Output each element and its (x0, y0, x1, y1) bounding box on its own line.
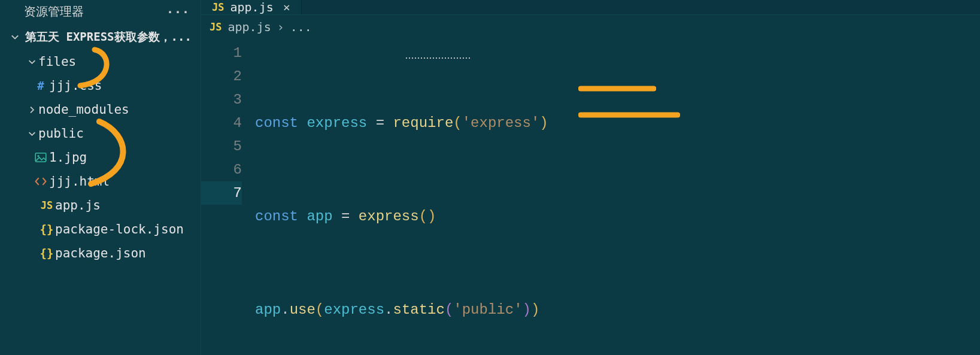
tab-app-js[interactable]: JS app.js × (201, 0, 302, 14)
svg-point-1 (37, 155, 39, 157)
explorer-title: 资源管理器 (24, 4, 84, 20)
tree-label: package-lock.json (55, 222, 184, 236)
chevron-down-icon (25, 130, 38, 138)
line-number: 3 (201, 88, 242, 111)
close-icon[interactable]: × (283, 0, 290, 14)
token-paren: () (419, 205, 436, 228)
chevron-down-icon (25, 58, 38, 66)
breadcrumb-sep-icon: › (277, 20, 284, 34)
tree-label: files (38, 54, 76, 69)
tree-label: jjj.html (49, 174, 110, 189)
line-number: 2 (201, 65, 242, 88)
token-fn: express (359, 205, 419, 228)
code-content[interactable]: const express = require('express') const… (255, 38, 781, 355)
folder-public[interactable]: public (0, 122, 201, 145)
breadcrumb-ellipsis: ... (290, 20, 312, 34)
json-file-icon: {} (38, 223, 55, 236)
section-label: 第五天 EXPRESS获取参数，... (25, 29, 192, 45)
underline-hint-icon (406, 56, 472, 60)
line-number: 1 (201, 41, 242, 65)
file-app-js[interactable]: JS app.js (0, 193, 201, 217)
token-paren: ( (453, 111, 462, 135)
token-fn: static (393, 298, 444, 321)
line-number: 6 (201, 158, 242, 181)
token-op: = (341, 205, 350, 228)
chevron-down-icon (8, 33, 22, 41)
svg-rect-0 (35, 153, 46, 162)
file-package-json[interactable]: {} package.json (0, 241, 201, 265)
css-file-icon: # (32, 79, 49, 92)
breadcrumb[interactable]: JS app.js › ... (201, 15, 980, 38)
tree-label: public (38, 126, 84, 141)
chevron-right-icon (25, 106, 38, 114)
code-line[interactable]: const app = express() (255, 205, 781, 228)
token-fn: require (393, 111, 453, 135)
token-ident: app (307, 205, 332, 228)
file-1-jpg[interactable]: 1.jpg (0, 145, 201, 169)
token-string: 'public' (453, 298, 522, 321)
token-string: 'express' (462, 111, 540, 135)
tabs-bar: JS app.js × (201, 0, 980, 15)
json-file-icon: {} (38, 247, 55, 260)
file-tree: files # jjj.css node_modules public 1.jp… (0, 48, 201, 265)
tab-label: app.js (230, 0, 273, 14)
line-number: 7 (201, 181, 242, 205)
js-file-icon: JS (212, 1, 224, 13)
file-jjj-html[interactable]: jjj.html (0, 169, 201, 193)
js-file-icon: JS (210, 21, 222, 33)
editor-area: JS app.js × JS app.js › ... 1 2 3 4 5 6 … (201, 0, 980, 355)
line-number: 4 (201, 111, 242, 135)
explorer-header: 资源管理器 ··· (0, 0, 201, 26)
file-jjj-css[interactable]: # jjj.css (0, 74, 201, 98)
token-fn: use (290, 298, 315, 321)
tree-label: jjj.css (49, 78, 102, 93)
tree-label: app.js (55, 198, 101, 213)
tree-label: 1.jpg (49, 150, 87, 165)
explorer-sidebar: 资源管理器 ··· 第五天 EXPRESS获取参数，... files # jj… (0, 0, 201, 355)
breadcrumb-file: app.js (227, 20, 271, 34)
token-paren: ) (539, 111, 548, 135)
token-op: = (376, 111, 384, 135)
code-editor[interactable]: 1 2 3 4 5 6 7 const express = require('e… (201, 38, 980, 355)
token-keyword: const (255, 205, 298, 228)
file-package-lock-json[interactable]: {} package-lock.json (0, 217, 201, 241)
token-ident: express (307, 111, 367, 135)
code-line[interactable]: const express = require('express') (255, 111, 781, 135)
folder-node-modules[interactable]: node_modules (0, 98, 201, 122)
explorer-section[interactable]: 第五天 EXPRESS获取参数，... (0, 26, 201, 48)
js-file-icon: JS (38, 199, 55, 211)
tree-label: package.json (55, 246, 146, 260)
token-ident: app (255, 298, 281, 321)
tree-label: node_modules (38, 102, 129, 117)
gutter: 1 2 3 4 5 6 7 (201, 38, 255, 355)
line-number: 5 (201, 135, 242, 158)
token-ident: express (324, 298, 384, 321)
html-file-icon (32, 177, 49, 186)
image-file-icon (32, 153, 49, 162)
folder-files[interactable]: files (0, 50, 201, 74)
token-keyword: const (255, 111, 298, 135)
explorer-more-icon[interactable]: ··· (166, 5, 190, 19)
annotation-underline-1 (578, 84, 656, 93)
code-line[interactable]: app.use(express.static('public')) (255, 298, 781, 321)
